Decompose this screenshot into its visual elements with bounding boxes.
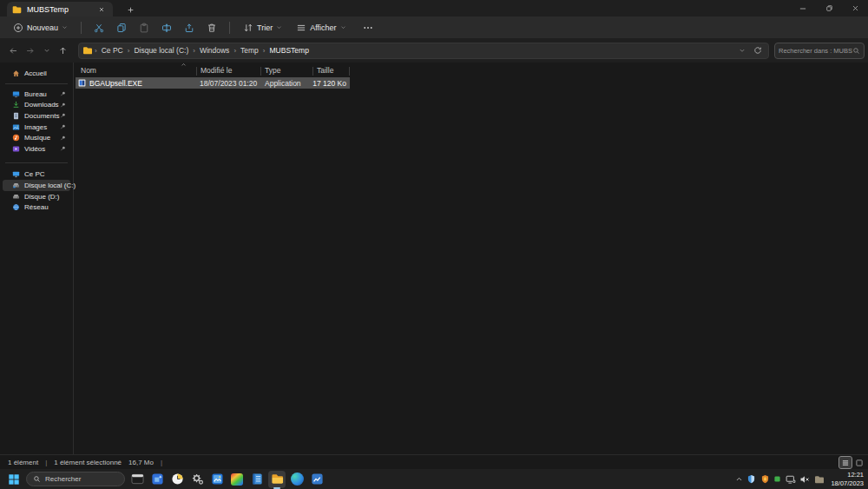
taskbar-clock[interactable]: 12:21 18/07/2023 bbox=[831, 471, 864, 487]
details-view-button[interactable] bbox=[839, 457, 852, 468]
column-separator[interactable] bbox=[196, 67, 197, 76]
tray-folder-icon[interactable] bbox=[814, 475, 825, 484]
taskbar-app-clock[interactable] bbox=[168, 471, 186, 488]
tray-green-app-icon[interactable] bbox=[773, 475, 781, 483]
search-bar[interactable] bbox=[774, 43, 865, 59]
pin-icon bbox=[60, 102, 66, 108]
tray-firewall-icon[interactable] bbox=[760, 474, 770, 484]
column-header-modifie[interactable]: Modifié le bbox=[201, 66, 232, 75]
breadcrumb-bar[interactable]: › Ce PC › Disque local (C:) › Windows › … bbox=[78, 43, 769, 59]
paste-button[interactable] bbox=[134, 19, 155, 36]
address-dropdown-button[interactable] bbox=[735, 43, 749, 59]
copy-icon bbox=[116, 23, 127, 33]
sidebar-item-disque-d[interactable]: Disque (D:) bbox=[3, 191, 70, 202]
sort-ascending-icon bbox=[181, 62, 187, 68]
column-separator[interactable] bbox=[312, 67, 313, 76]
taskbar-app-photos[interactable] bbox=[208, 471, 226, 488]
blue-app-icon bbox=[151, 472, 164, 486]
address-row: › Ce PC › Disque local (C:) › Windows › … bbox=[0, 38, 868, 63]
taskbar-app-blue-cube[interactable] bbox=[148, 471, 166, 488]
column-header-type[interactable]: Type bbox=[265, 66, 280, 75]
file-list-pane: Nom Modifié le Type Taille BGAUpsell.EXE… bbox=[74, 63, 868, 454]
selection-size: 16,7 Mo bbox=[128, 459, 154, 466]
sidebar-item-reseau[interactable]: Réseau bbox=[3, 202, 70, 213]
sort-icon bbox=[243, 23, 253, 33]
taskbar-app-terminal[interactable] bbox=[128, 471, 146, 488]
taskbar-search-label: Rechercher bbox=[45, 475, 81, 483]
sidebar-item-images[interactable]: Images bbox=[3, 122, 70, 133]
tray-chevron-up-icon[interactable] bbox=[735, 475, 743, 483]
photos-icon bbox=[211, 472, 224, 486]
status-divider: | bbox=[45, 459, 47, 466]
sidebar-item-bureau[interactable]: Bureau bbox=[3, 89, 70, 100]
taskbar-app-settings[interactable] bbox=[188, 471, 206, 488]
up-button[interactable] bbox=[55, 43, 71, 59]
sidebar-separator bbox=[5, 162, 68, 163]
sidebar-item-documents[interactable]: Documents bbox=[3, 110, 70, 122]
breadcrumb-mubstemp[interactable]: MUBSTemp bbox=[267, 46, 312, 55]
tray-display-icon[interactable] bbox=[786, 474, 796, 485]
copy-button[interactable] bbox=[111, 19, 132, 36]
column-separator[interactable] bbox=[349, 67, 350, 76]
restore-button[interactable] bbox=[816, 0, 842, 17]
status-divider: | bbox=[161, 459, 162, 466]
taskbar-app-edge[interactable] bbox=[288, 471, 306, 488]
history-chevron-button[interactable] bbox=[38, 43, 55, 59]
music-icon bbox=[12, 134, 20, 142]
column-header-taille[interactable]: Taille bbox=[317, 66, 333, 75]
sidebar-item-accueil[interactable]: Accueil bbox=[3, 67, 70, 79]
forward-button[interactable] bbox=[22, 43, 38, 59]
afficher-label: Afficher bbox=[310, 23, 336, 32]
file-type: Application bbox=[265, 77, 301, 89]
breadcrumb-ce-pc[interactable]: Ce PC bbox=[99, 46, 126, 55]
explorer-tab[interactable]: MUBSTemp bbox=[7, 2, 113, 17]
taskbar-app-media[interactable] bbox=[308, 471, 326, 488]
sidebar-item-ce-pc[interactable]: Ce PC bbox=[3, 169, 70, 181]
close-button[interactable] bbox=[842, 0, 868, 17]
taskbar-app-explorer[interactable] bbox=[268, 471, 286, 488]
explorer-body: Accueil Bureau Downloads bbox=[0, 63, 868, 454]
taskbar-app-notepad[interactable] bbox=[248, 471, 266, 488]
nouveau-label: Nouveau bbox=[27, 23, 58, 32]
thumbnails-view-button[interactable] bbox=[853, 457, 865, 468]
refresh-button[interactable] bbox=[751, 43, 765, 59]
breadcrumb-windows[interactable]: Windows bbox=[197, 46, 232, 55]
file-explorer-icon bbox=[271, 472, 284, 486]
item-count: 1 élément bbox=[8, 459, 38, 466]
search-input[interactable] bbox=[779, 47, 852, 55]
taskbar-app-gradient[interactable] bbox=[228, 471, 246, 488]
breadcrumb-temp[interactable]: Temp bbox=[238, 46, 261, 55]
new-tab-button[interactable] bbox=[122, 3, 139, 17]
minimize-button[interactable] bbox=[790, 0, 816, 17]
rename-button[interactable] bbox=[156, 19, 177, 36]
search-icon bbox=[33, 475, 41, 483]
paste-icon bbox=[139, 23, 149, 33]
share-button[interactable] bbox=[179, 19, 200, 36]
cut-button[interactable] bbox=[89, 19, 109, 36]
tray-security-shield-icon[interactable] bbox=[746, 474, 756, 484]
column-header-nom[interactable]: Nom bbox=[81, 66, 96, 75]
delete-button[interactable] bbox=[201, 19, 222, 36]
crumb-separator: › bbox=[233, 47, 236, 55]
nouveau-button[interactable]: Nouveau bbox=[7, 19, 74, 36]
file-row-selected[interactable]: BGAUpsell.EXE 18/07/2023 01:20 Applicati… bbox=[76, 77, 350, 89]
tray-volume-muted-icon[interactable] bbox=[799, 474, 810, 485]
system-tray: 12:21 18/07/2023 bbox=[735, 469, 868, 489]
back-button[interactable] bbox=[5, 43, 22, 59]
home-icon bbox=[12, 69, 20, 77]
start-button[interactable] bbox=[4, 470, 23, 488]
column-separator[interactable] bbox=[260, 67, 261, 76]
trier-button[interactable]: Trier bbox=[237, 19, 288, 36]
sidebar-item-musique[interactable]: Musique bbox=[3, 132, 70, 143]
afficher-button[interactable]: Afficher bbox=[290, 19, 352, 36]
windows-logo-icon bbox=[8, 473, 20, 486]
toolbar-separator bbox=[229, 22, 230, 34]
sidebar-item-disque-c[interactable]: Disque local (C:) bbox=[3, 180, 70, 191]
sidebar-item-downloads[interactable]: Downloads bbox=[3, 100, 70, 111]
more-options-button[interactable] bbox=[358, 19, 378, 36]
tab-close-icon[interactable] bbox=[95, 3, 108, 16]
taskbar-search[interactable]: Rechercher bbox=[26, 472, 125, 486]
breadcrumb-disque-c[interactable]: Disque local (C:) bbox=[131, 46, 191, 55]
edge-icon bbox=[291, 472, 304, 486]
sidebar-item-videos[interactable]: Vidéos bbox=[3, 143, 70, 155]
